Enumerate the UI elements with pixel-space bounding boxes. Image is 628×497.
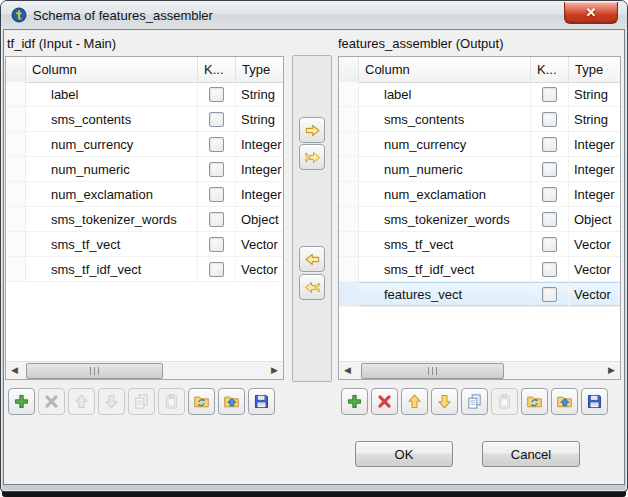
- key-checkbox[interactable]: [542, 237, 557, 252]
- key-cell: [531, 257, 569, 281]
- column-type: Vector: [569, 282, 620, 306]
- cancel-button[interactable]: Cancel: [482, 441, 580, 467]
- copy-all-columns-to-output-button[interactable]: [299, 144, 325, 170]
- plus-icon: [13, 393, 30, 410]
- key-checkbox[interactable]: [209, 187, 224, 202]
- key-checkbox[interactable]: [542, 187, 557, 202]
- import-schema-button[interactable]: [521, 388, 548, 415]
- column-name: label: [26, 82, 198, 106]
- column-name: num_numeric: [26, 157, 198, 181]
- key-cell: [198, 132, 236, 156]
- input-schema-table: Column K... Type labelStringsms_contents…: [5, 56, 284, 380]
- export-schema-button[interactable]: [218, 388, 245, 415]
- table-row[interactable]: sms_contentsString: [339, 107, 620, 132]
- scroll-right-button[interactable]: ▶: [603, 362, 620, 379]
- row-header-cell: [6, 257, 26, 281]
- ok-button[interactable]: OK: [355, 441, 453, 467]
- key-checkbox[interactable]: [542, 112, 557, 127]
- paste-button: [491, 388, 518, 415]
- row-header-cell: [6, 82, 26, 106]
- scroll-right-button[interactable]: ▶: [266, 362, 283, 379]
- column-type: String: [236, 82, 283, 106]
- table-row[interactable]: features_vectVector: [339, 282, 620, 307]
- copy-column-to-input-button[interactable]: [299, 246, 325, 272]
- key-checkbox[interactable]: [542, 262, 557, 277]
- key-checkbox[interactable]: [542, 212, 557, 227]
- add-column-button[interactable]: [341, 388, 368, 415]
- table-row[interactable]: sms_tokenizer_wordsObject: [339, 207, 620, 232]
- column-type: String: [569, 82, 620, 106]
- table-row[interactable]: labelString: [6, 82, 283, 107]
- table-row[interactable]: labelString: [339, 82, 620, 107]
- column-type: Integer: [569, 182, 620, 206]
- scroll-left-button[interactable]: ◀: [6, 362, 23, 379]
- titlebar[interactable]: Schema of features_assembler ✕: [1, 1, 627, 29]
- column-name: sms_tf_idf_vect: [359, 257, 531, 281]
- table-row[interactable]: num_numericInteger: [339, 157, 620, 182]
- column-name: sms_contents: [359, 107, 531, 131]
- remove-column-button[interactable]: [371, 388, 398, 415]
- key-checkbox[interactable]: [542, 162, 557, 177]
- key-checkbox[interactable]: [542, 287, 557, 302]
- copy-button[interactable]: [461, 388, 488, 415]
- scroll-thumb[interactable]: [26, 363, 163, 379]
- copy-column-to-output-button[interactable]: [299, 117, 325, 143]
- key-checkbox[interactable]: [542, 137, 557, 152]
- close-button[interactable]: ✕: [564, 2, 618, 24]
- key-checkbox[interactable]: [209, 237, 224, 252]
- add-column-button[interactable]: [8, 388, 35, 415]
- save-schema-button[interactable]: [581, 388, 608, 415]
- row-header-cell: [339, 282, 359, 306]
- key-checkbox[interactable]: [209, 112, 224, 127]
- window-title: Schema of features_assembler: [33, 1, 213, 30]
- row-header-cell: [339, 207, 359, 231]
- copy-button: [128, 388, 155, 415]
- table-row[interactable]: sms_contentsString: [6, 107, 283, 132]
- folder-export-icon: [556, 393, 573, 410]
- table-row[interactable]: sms_tf_vectVector: [339, 232, 620, 257]
- type-header: Type: [569, 57, 620, 82]
- key-cell: [198, 157, 236, 181]
- column-name: sms_tokenizer_words: [359, 207, 531, 231]
- export-schema-button[interactable]: [551, 388, 578, 415]
- copy-all-columns-to-input-button[interactable]: [299, 274, 325, 300]
- table-row[interactable]: sms_tokenizer_wordsObject: [6, 207, 283, 232]
- h-scrollbar[interactable]: ◀ ▶: [6, 361, 283, 379]
- table-body: labelStringsms_contentsStringnum_currenc…: [6, 82, 283, 361]
- arrow-right-icon: [304, 122, 321, 139]
- table-row[interactable]: num_currencyInteger: [6, 132, 283, 157]
- table-row[interactable]: sms_tf_idf_vectVector: [339, 257, 620, 282]
- input-schema-toolbar: [8, 388, 275, 415]
- column-type: Integer: [569, 157, 620, 181]
- key-checkbox[interactable]: [209, 162, 224, 177]
- scroll-thumb[interactable]: [361, 363, 504, 379]
- move-up-button[interactable]: [401, 388, 428, 415]
- key-checkbox[interactable]: [209, 87, 224, 102]
- import-schema-button[interactable]: [188, 388, 215, 415]
- column-type: Vector: [569, 232, 620, 256]
- key-cell: [531, 107, 569, 131]
- table-header: Column K... Type: [339, 57, 620, 83]
- key-checkbox[interactable]: [209, 262, 224, 277]
- save-schema-button[interactable]: [248, 388, 275, 415]
- move-down-button[interactable]: [431, 388, 458, 415]
- scroll-left-button[interactable]: ◀: [339, 362, 356, 379]
- table-row[interactable]: num_exclamationInteger: [6, 182, 283, 207]
- key-cell: [198, 82, 236, 106]
- plus-icon: [346, 393, 363, 410]
- table-row[interactable]: sms_tf_vectVector: [6, 232, 283, 257]
- key-checkbox[interactable]: [542, 87, 557, 102]
- table-row[interactable]: num_numericInteger: [6, 157, 283, 182]
- transfer-button-strip: [292, 55, 332, 382]
- column-header: Column: [359, 57, 531, 82]
- paste-icon: [163, 393, 180, 410]
- row-header-column: [6, 57, 26, 82]
- row-header-cell: [339, 157, 359, 181]
- h-scrollbar[interactable]: ◀ ▶: [339, 361, 620, 379]
- table-row[interactable]: sms_tf_idf_vectVector: [6, 257, 283, 282]
- double-arrow-left-icon: [304, 279, 321, 296]
- key-checkbox[interactable]: [209, 212, 224, 227]
- table-row[interactable]: num_exclamationInteger: [339, 182, 620, 207]
- key-checkbox[interactable]: [209, 137, 224, 152]
- table-row[interactable]: num_currencyInteger: [339, 132, 620, 157]
